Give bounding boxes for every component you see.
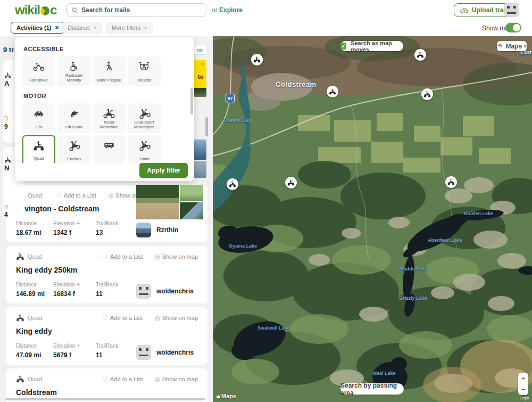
quad-trail-marker[interactable] <box>285 177 297 188</box>
avatar-eye <box>507 6 510 9</box>
trail-author[interactable]: woldenchris <box>136 284 194 299</box>
quad-activity-icon <box>16 314 24 322</box>
quad-icon <box>417 51 424 59</box>
trail-photos[interactable] <box>136 185 204 219</box>
add-to-list-button[interactable]: ♡Add to a List <box>102 253 143 260</box>
activity-label: Quad <box>28 315 42 321</box>
list-scrollbar[interactable] <box>205 117 208 136</box>
target-icon: ◎ <box>154 375 160 383</box>
promo-close-icon[interactable]: × <box>201 61 204 67</box>
author-name: woldenchris <box>156 288 194 295</box>
add-to-list-label: Add to a List <box>110 253 143 260</box>
add-to-list-button[interactable]: ♡Add to a List <box>102 375 143 383</box>
passing-area-label: Search by passing area <box>340 382 404 397</box>
zoom-out-button[interactable]: − <box>518 384 528 396</box>
map-view[interactable]: ColdstreamLumbyCosens BayOyama LakeNickl… <box>213 36 532 402</box>
stat-label: Distance <box>16 343 46 349</box>
show-on-map-label: Show on map <box>162 315 198 321</box>
apply-filter-button[interactable]: Apply filter <box>139 163 188 178</box>
quad-icon <box>253 56 261 63</box>
activity-option-blind-people[interactable]: Blind People <box>93 56 126 86</box>
activity-option-off-road[interactable]: Off Road <box>57 103 90 133</box>
activity-option-enduro[interactable]: Enduro <box>57 135 90 165</box>
show-on-map-label: Show on map <box>162 253 198 260</box>
show-on-map-button[interactable]: ◎Show on map <box>154 314 198 322</box>
horizontal-scrollbar[interactable] <box>5 398 205 400</box>
trail-card[interactable]: Quad ♡Add to a List ◎Show on map King ed… <box>6 246 207 303</box>
quad-icon <box>447 178 455 186</box>
quad-trail-marker[interactable] <box>421 88 433 100</box>
trail-card[interactable]: Quad ♡Add to a List ◎Show on map Lavingt… <box>6 185 207 242</box>
show-on-map-button[interactable]: ◎Show on map <box>154 375 198 383</box>
trail-activity: Quad <box>16 375 42 383</box>
activity-option-dual-sport-motorcycle[interactable]: Dual-sport Motorcycle <box>128 103 161 133</box>
trail-card[interactable]: Quad ♡Add to a List ◎Show on map King ed… <box>6 307 207 365</box>
section-title: ACCESSIBLE <box>23 46 189 52</box>
activity-option-trials[interactable]: Trials <box>128 135 161 165</box>
logo-text: wikil <box>15 3 40 18</box>
add-to-list-button[interactable]: ♡Add to a List <box>102 314 143 322</box>
activity-option-quad-selected[interactable]: Quad <box>22 135 55 165</box>
trail-search-box[interactable] <box>66 3 206 17</box>
lake-label: Swalwell Lake <box>257 325 290 331</box>
legal-link[interactable]: Legal <box>520 396 529 400</box>
remove-activities-filter-icon[interactable]: × <box>55 24 59 31</box>
more-filters-chip[interactable]: More filters ▾ <box>106 22 153 34</box>
user-avatar[interactable] <box>504 3 519 17</box>
stat-label: TrailRank <box>96 282 127 288</box>
trail-card[interactable]: Quad ♡Add to a List ◎Show on map Coldstr… <box>6 368 207 402</box>
activity-label: Road Motorbike <box>93 120 125 129</box>
distance-filter-chip[interactable]: Distance ▾ <box>62 22 102 34</box>
quad-icon <box>32 140 45 152</box>
chevron-down-icon: ▾ <box>94 25 97 30</box>
chevron-down-icon: ▾ <box>144 25 147 30</box>
activity-option-car[interactable]: Car <box>22 103 55 133</box>
stat-label: TrailRank <box>96 220 127 226</box>
quad-activity-icon <box>16 375 24 383</box>
activity-label: Quad <box>28 376 42 382</box>
activity-label: Trials <box>138 157 150 161</box>
avatar-eye <box>146 287 148 290</box>
show-map-toggle[interactable] <box>505 23 521 32</box>
activity-label: Reduced Mobility <box>58 73 90 83</box>
activity-option-joelette[interactable]: Joëlette <box>128 56 161 86</box>
activity-label: Car <box>35 125 44 129</box>
explore-link[interactable]: Explore <box>219 6 243 14</box>
add-to-list-button[interactable]: ♡Add to a List <box>56 192 96 199</box>
trail-title: A <box>4 79 9 87</box>
activity-option-handbike[interactable]: Handbike <box>22 56 55 86</box>
explore-prompt: or Explore <box>212 6 243 14</box>
quad-trail-marker[interactable] <box>327 86 338 97</box>
trail-title[interactable]: Coldstream <box>16 388 198 397</box>
avatar-eye <box>513 6 516 9</box>
trail-author[interactable]: woldenchris <box>136 345 194 360</box>
section-title: MOTOR <box>23 93 189 99</box>
wikiloc-logo[interactable]: wikilc <box>15 3 56 18</box>
trail-title[interactable]: King eddy 250km <box>16 266 198 274</box>
motor-activities: Car Off Road Road Motorbike Dual-sport M… <box>22 103 189 165</box>
quad-trail-marker[interactable] <box>251 54 263 65</box>
panel-scrollbar[interactable] <box>190 88 193 114</box>
lake-label: Oyama Lake <box>229 243 257 249</box>
stat-label: Distance <box>16 220 46 226</box>
search-by-passing-area-button[interactable]: Search by passing area <box>340 383 404 395</box>
accessible-activities: Handbike Reduced Mobility Blind People J… <box>22 56 189 86</box>
trail-title[interactable]: King eddy <box>16 327 198 335</box>
zoom-in-button[interactable]: + <box>518 373 528 384</box>
quad-trail-marker[interactable] <box>414 49 426 61</box>
show-on-map-button[interactable]: ◎Show on map <box>154 253 198 260</box>
search-as-map-moves-checkbox[interactable]: ✓ Search as map moves <box>340 41 403 51</box>
map-layers-button[interactable]: Maps ▾ <box>497 41 527 51</box>
search-input[interactable] <box>81 6 202 14</box>
trail-photo-partial <box>194 87 206 97</box>
activities-chip-label: Activities (1) <box>16 24 51 31</box>
quad-trail-marker[interactable] <box>227 178 238 190</box>
stat-label: Elevation + <box>53 282 88 288</box>
activities-filter-chip[interactable]: Activities (1) × <box>11 22 64 34</box>
trail-author[interactable]: Rzrthin <box>136 223 178 237</box>
activity-option-reduced-mobility[interactable]: Reduced Mobility <box>57 56 90 86</box>
activity-option-bus[interactable] <box>93 135 126 165</box>
activity-option-road-motorbike[interactable]: Road Motorbike <box>93 103 126 133</box>
quad-trail-marker[interactable] <box>445 176 457 188</box>
activity-label: Joëlette <box>136 78 153 83</box>
